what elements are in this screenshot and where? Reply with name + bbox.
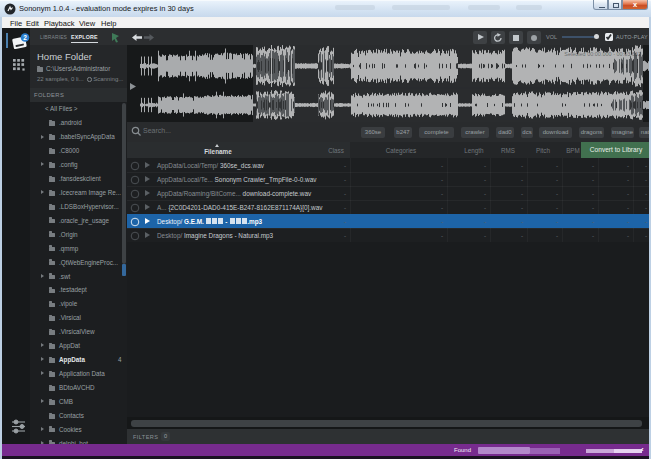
svg-text:2: 2 — [23, 34, 27, 41]
svg-text:Selected 00:00.000 - 00:03.63: Selected 00:00.000 - 00:03.632 — [564, 51, 641, 57]
